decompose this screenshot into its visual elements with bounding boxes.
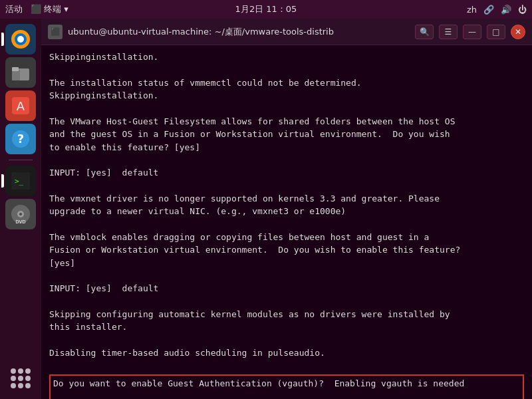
minimize-button[interactable]: — <box>463 25 481 39</box>
terminal-line-19: INPUT: [yes] default <box>49 282 524 295</box>
system-bar-left: 活动 ⬛ 终端 ▾ <box>5 3 68 15</box>
terminal-line-3: The installation status of vmmemctl coul… <box>49 76 524 90</box>
terminal-line-10: INPUT: [yes] default <box>49 166 524 180</box>
system-bar-right: zh 🔗 🔊 ⏻ <box>467 5 527 15</box>
terminal-window-title: ubuntu@ubuntu-virtual-machine: ~/桌面/vmwa… <box>68 26 410 38</box>
terminal-line-21: Skipping configuring automatic kernel mo… <box>49 308 524 321</box>
activities-label[interactable]: 活动 <box>5 3 23 15</box>
terminal-line-1: Skippinginstallation. <box>49 51 524 64</box>
terminal-line-15: The vmblock enables dragging or copying … <box>49 231 524 244</box>
svg-text:>_: >_ <box>15 177 24 186</box>
dock-icon-files[interactable] <box>5 57 36 88</box>
terminal-window: ⬛ ubuntu@ubuntu-virtual-machine: ~/桌面/vm… <box>41 19 532 399</box>
dock: A ? >_ DVD <box>0 19 41 399</box>
terminal-menu-label[interactable]: ⬛ 终端 ▾ <box>31 3 68 15</box>
chevron-down-icon: ▾ <box>64 4 68 14</box>
dock-icon-help[interactable]: ? <box>5 124 36 154</box>
power-icon[interactable]: ⏻ <box>518 5 527 15</box>
terminal-line-4: Skippinginstallation. <box>49 89 524 102</box>
svg-text:DVD: DVD <box>15 219 25 225</box>
terminal-content[interactable]: Skippinginstallation. The installation s… <box>41 45 532 399</box>
terminal-line-6: The VMware Host-Guest Filesystem allows … <box>49 115 524 128</box>
terminal-line-8: to enable this feature? [yes] <box>49 141 524 154</box>
terminal-titlebar: ⬛ ubuntu@ubuntu-virtual-machine: ~/桌面/vm… <box>41 19 532 45</box>
system-bar: 活动 ⬛ 终端 ▾ 1月2日 11：05 zh 🔗 🔊 ⏻ <box>0 0 532 19</box>
dock-icon-app-center[interactable]: A <box>5 90 36 121</box>
svg-rect-5 <box>12 67 19 71</box>
terminal-line-24: Disabling timer-based audio scheduling i… <box>49 346 524 360</box>
prompt-line-2: if you want to enable Common Agent (caf)… <box>53 390 520 400</box>
terminal-line-23 <box>49 334 524 346</box>
system-bar-center: 1月2日 11：05 <box>235 3 297 15</box>
terminal-line-2 <box>49 64 524 76</box>
dock-apps-grid[interactable] <box>5 363 36 394</box>
lang-label[interactable]: zh <box>467 5 477 15</box>
terminal-line-17: [yes] <box>49 257 524 270</box>
titlebar-buttons: 🔍 ☰ — □ ✕ <box>415 25 525 39</box>
terminal-window-icon: ⬛ <box>48 25 63 39</box>
dock-icon-terminal[interactable]: >_ <box>5 166 36 196</box>
svg-point-2 <box>17 36 24 43</box>
terminal-line-16: Fusion or Workstation virtual environmen… <box>49 243 524 257</box>
datetime-label: 1月2日 11：05 <box>235 3 297 15</box>
maximize-button[interactable]: □ <box>487 25 505 39</box>
terminal-line-22: this installer. <box>49 321 524 334</box>
svg-text:A: A <box>17 99 25 113</box>
svg-text:?: ? <box>17 132 24 146</box>
terminal-line-14 <box>49 218 524 231</box>
terminal-line-9 <box>49 154 524 166</box>
terminal-menu-icon: ⬛ <box>31 4 41 14</box>
svg-point-14 <box>19 213 22 215</box>
terminal-line-11 <box>49 180 524 192</box>
prompt-line-1: Do you want to enable Guest Authenticati… <box>53 377 520 390</box>
terminal-line-5 <box>49 102 524 115</box>
terminal-line-25 <box>49 359 524 372</box>
terminal-line-18 <box>49 269 524 282</box>
terminal-line-20 <box>49 295 524 308</box>
dock-separator <box>9 160 33 160</box>
prompt-block[interactable]: Do you want to enable Guest Authenticati… <box>49 374 524 399</box>
dock-icon-firefox[interactable] <box>5 24 36 55</box>
network-icon[interactable]: 🔗 <box>483 5 494 15</box>
svg-rect-4 <box>12 70 20 80</box>
search-button[interactable]: 🔍 <box>415 25 434 39</box>
terminal-line-13: upgrade to a newer virtual NIC. (e.g., v… <box>49 205 524 218</box>
close-button[interactable]: ✕ <box>511 25 525 39</box>
audio-icon[interactable]: 🔊 <box>501 5 511 15</box>
terminal-line-12: The vmxnet driver is no longer supported… <box>49 192 524 205</box>
dock-icon-dvd[interactable]: DVD <box>5 199 36 229</box>
menu-button[interactable]: ☰ <box>439 25 458 39</box>
terminal-line-7: and the guest OS in a Fusion or Workstat… <box>49 128 524 141</box>
